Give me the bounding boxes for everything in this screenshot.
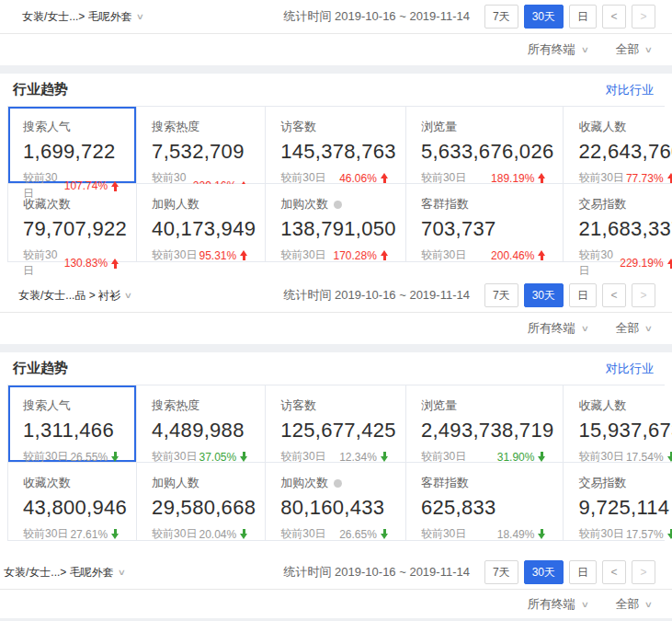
range-day-button[interactable]: 日	[569, 5, 597, 29]
metric-card[interactable]: 搜索人气 1,311,466 较前30日 26.55%	[8, 385, 137, 463]
metric-compare-row: 较前30日 26.65%	[280, 526, 396, 542]
metric-card[interactable]: 加购次数 138,791,050 较前30日 170.28%	[266, 184, 406, 261]
trend-arrow-icon	[667, 452, 672, 462]
range-7d-button[interactable]: 7天	[484, 5, 518, 29]
terminal-filter-dropdown[interactable]: 所有终端 ∨	[528, 320, 588, 337]
range-30d-button[interactable]: 30天	[524, 5, 564, 29]
metric-label-row: 搜索人气	[23, 397, 127, 414]
metric-card[interactable]: 客群指数 625,833 较前30日 18.49%	[406, 463, 564, 540]
metric-card[interactable]: 访客数 125,677,425 较前30日 12.34%	[266, 385, 406, 463]
range-day-button[interactable]: 日	[569, 283, 597, 307]
metric-value: 22,643,760	[578, 140, 672, 164]
metric-compare-row: 较前30日 200.46%	[421, 247, 554, 263]
range-7d-button[interactable]: 7天	[484, 283, 518, 307]
metric-card[interactable]: 收藏次数 43,800,946 较前30日 27.61%	[8, 463, 137, 540]
scope-filter-dropdown[interactable]: 全部 ∨	[615, 596, 652, 613]
metric-compare-row: 较前30日 170.28%	[280, 247, 396, 263]
range-group: 7天 30天 日 < >	[484, 283, 655, 307]
chevron-left-icon[interactable]: <	[602, 5, 626, 29]
metric-label-row: 搜索人气	[23, 119, 127, 135]
metric-card[interactable]: 客群指数 703,737 较前30日 200.46%	[406, 184, 564, 261]
metric-card[interactable]: 加购人数 29,580,668 较前30日 20.04%	[137, 463, 266, 540]
metric-grid: 搜索人气 1,311,466 较前30日 26.55% 搜索热度	[7, 385, 665, 541]
metric-card[interactable]: 搜索人气 1,699,722 较前30日 107.74%	[8, 107, 137, 184]
metric-value: 9,725,114	[578, 496, 672, 520]
stats-area: 统计时间 2019-10-16 ~ 2019-11-14 7天 30天 日 < …	[283, 560, 655, 584]
metric-compare-row: 较前30日 26.55%	[23, 449, 127, 465]
chevron-right-icon[interactable]: >	[632, 560, 655, 584]
metric-label-row: 加购人数	[152, 196, 256, 213]
metric-value: 1,311,466	[23, 419, 127, 443]
chevron-down-icon: ∨	[580, 324, 588, 333]
terminal-filter-dropdown[interactable]: 所有终端 ∨	[528, 596, 588, 613]
stats-area: 统计时间 2019-10-16 ~ 2019-11-14 7天 30天 日 < …	[283, 283, 655, 307]
chevron-right-icon[interactable]: >	[632, 5, 655, 29]
chevron-down-icon: ∨	[117, 568, 125, 577]
chevron-left-icon[interactable]: <	[602, 283, 626, 307]
scope-filter-label: 全部	[615, 320, 639, 337]
trend-arrow-icon	[240, 452, 248, 462]
metric-card[interactable]: 交易指数 9,725,114 较前30日 17.57%	[564, 463, 672, 540]
metric-card[interactable]: 收藏人数 15,937,673 较前30日 17.54%	[564, 385, 672, 463]
pct-change: 18.49%	[497, 528, 535, 541]
metric-value: 145,378,763	[280, 140, 396, 164]
pct-change: 170.28%	[334, 249, 377, 262]
metric-label-row: 客群指数	[421, 475, 554, 491]
pct-change: 229.19%	[620, 257, 663, 270]
compare-industry-link[interactable]: 对比行业	[606, 82, 654, 98]
trend-arrow-icon	[667, 173, 672, 183]
metric-label-row: 加购次数	[280, 196, 396, 213]
metric-value: 40,173,949	[152, 217, 256, 241]
chevron-down-icon: ∨	[135, 12, 143, 21]
breadcrumb[interactable]: 女装/女士...> 毛呢外套 ∨	[22, 9, 142, 25]
pct-change: 17.57%	[626, 528, 664, 541]
compare-industry-link[interactable]: 对比行业	[606, 361, 654, 377]
metric-card[interactable]: 浏览量 2,493,738,719 较前30日 31.90%	[406, 385, 564, 463]
metric-label-row: 搜索热度	[152, 397, 256, 414]
panel-title: 行业趋势	[13, 81, 68, 98]
metric-card[interactable]: 浏览量 5,633,676,026 较前30日 189.19%	[406, 107, 564, 184]
metric-card[interactable]: 交易指数 21,683,337 较前30日 229.19%	[564, 184, 672, 261]
metric-card[interactable]: 加购次数 80,160,433 较前30日 26.65%	[266, 463, 406, 540]
breadcrumb[interactable]: 女装/女士...> 毛呢外套 ∨	[4, 565, 124, 581]
compare-period-label: 较前30日	[152, 247, 197, 263]
chevron-down-icon: ∨	[644, 45, 653, 54]
trend-arrow-icon	[538, 250, 546, 260]
metric-label: 浏览量	[421, 397, 457, 414]
trend-arrow-icon	[111, 181, 120, 191]
metric-label-row: 搜索热度	[152, 119, 256, 135]
compare-period-label: 较前30日	[578, 247, 620, 279]
breadcrumb[interactable]: 女装/女士...品 > 衬衫 ∨	[18, 288, 131, 304]
scope-filter-dropdown[interactable]: 全部 ∨	[615, 320, 652, 337]
metric-value: 29,580,668	[152, 496, 256, 520]
range-day-button[interactable]: 日	[569, 560, 597, 584]
range-30d-button[interactable]: 30天	[524, 560, 564, 584]
pct-change: 200.46%	[491, 249, 534, 262]
trend-arrow-icon	[111, 529, 120, 539]
chevron-down-icon: ∨	[644, 324, 653, 333]
range-7d-button[interactable]: 7天	[484, 560, 518, 584]
terminal-filter-dropdown[interactable]: 所有终端 ∨	[528, 41, 588, 58]
metric-label: 客群指数	[421, 196, 469, 213]
metric-value: 79,707,922	[23, 217, 127, 241]
metric-label-row: 访客数	[280, 119, 396, 135]
compare-period-label: 较前30日	[23, 526, 68, 542]
compare-period-label: 较前30日	[152, 526, 197, 542]
metric-label-row: 访客数	[280, 397, 396, 414]
metric-value: 703,737	[421, 217, 554, 241]
pct-change: 95.31%	[199, 249, 237, 262]
metric-card[interactable]: 搜索热度 4,489,988 较前30日 37.05%	[137, 385, 266, 463]
info-dot-icon	[334, 479, 342, 488]
chevron-left-icon[interactable]: <	[602, 560, 626, 584]
metric-label-row: 收藏次数	[23, 475, 127, 491]
terminal-filter-label: 所有终端	[528, 41, 575, 58]
metric-card[interactable]: 收藏人数 22,643,760 较前30日 77.73%	[564, 107, 672, 184]
metric-card[interactable]: 访客数 145,378,763 较前30日 46.06%	[266, 107, 406, 184]
metric-card[interactable]: 搜索热度 7,532,709 较前30日 229.16%	[137, 107, 266, 184]
pct-change: 17.54%	[626, 451, 664, 464]
scope-filter-dropdown[interactable]: 全部 ∨	[615, 41, 652, 58]
chevron-right-icon[interactable]: >	[632, 283, 655, 307]
range-30d-button[interactable]: 30天	[524, 283, 564, 307]
chevron-down-icon: ∨	[124, 291, 132, 300]
metric-card[interactable]: 加购人数 40,173,949 较前30日 95.31%	[137, 184, 266, 261]
